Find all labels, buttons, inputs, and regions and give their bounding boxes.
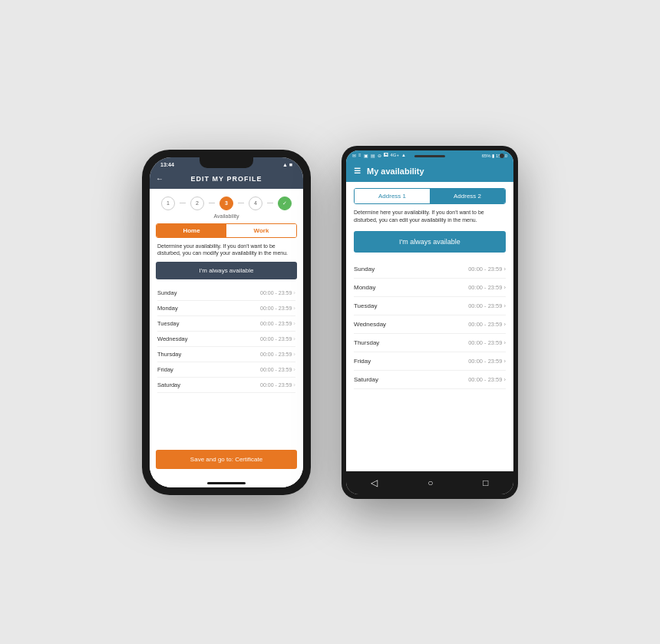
step-line-1 bbox=[180, 203, 186, 203]
day-name: Sunday bbox=[354, 266, 375, 272]
step-line-3 bbox=[238, 203, 244, 203]
home-bar-indicator bbox=[207, 482, 246, 484]
table-row[interactable]: Tuesday 00:00 - 23:59 › bbox=[354, 297, 506, 315]
status-icon-wifi: ⛾ bbox=[384, 153, 388, 157]
back-button[interactable]: ← bbox=[156, 174, 164, 183]
status-icon-minus: ⊖ bbox=[378, 153, 381, 158]
iphone-time: 13:44 bbox=[160, 162, 174, 167]
day-time: 00:00 - 23:59 › bbox=[468, 302, 506, 309]
step-3[interactable]: 3 bbox=[219, 197, 233, 210]
table-row[interactable]: Thursday 00:00 - 23:59 › bbox=[354, 334, 506, 352]
status-icon-signal: ≡ bbox=[358, 153, 361, 157]
android-title: My availability bbox=[367, 167, 424, 176]
android-always-available-button[interactable]: I'm always available bbox=[354, 231, 506, 253]
android-battery-pct: 65% bbox=[482, 154, 491, 158]
step-1[interactable]: 1 bbox=[161, 197, 175, 210]
step-line-4 bbox=[267, 203, 273, 203]
iphone-device: 13:44 ▲ ■ ← EDIT MY PROFILE 1 2 3 4 bbox=[142, 150, 311, 495]
tab-home[interactable]: Home bbox=[157, 224, 226, 237]
table-row[interactable]: Wednesday 00:00 - 23:59 › bbox=[354, 315, 506, 334]
table-row[interactable]: Friday 00:00 - 23:59 › bbox=[157, 362, 295, 378]
table-row[interactable]: Saturday 00:00 - 23:59 › bbox=[157, 378, 295, 393]
day-time: 00:00 - 23:59 › bbox=[468, 266, 506, 272]
android-nav-bar: ◁ ○ □ bbox=[346, 471, 513, 494]
step-done[interactable]: ✓ bbox=[278, 197, 292, 210]
scene: 13:44 ▲ ■ ← EDIT MY PROFILE 1 2 3 4 bbox=[111, 115, 549, 530]
day-name: Wednesday bbox=[354, 321, 386, 328]
android-content: Address 1 Address 2 Determine here your … bbox=[346, 182, 513, 471]
step-label: Availability bbox=[150, 213, 303, 219]
day-name: Friday bbox=[354, 358, 371, 365]
step-2[interactable]: 2 bbox=[190, 197, 204, 210]
android-header: ☰ My availability bbox=[346, 160, 513, 182]
save-certificate-button[interactable]: Save and go to: Certificate bbox=[156, 450, 297, 469]
iphone-screen: 13:44 ▲ ■ ← EDIT MY PROFILE 1 2 3 4 bbox=[150, 157, 303, 487]
day-name: Monday bbox=[157, 305, 178, 312]
android-address-tabs: Address 1 Address 2 bbox=[354, 188, 506, 204]
day-time: 00:00 - 23:59 › bbox=[260, 366, 295, 373]
step-indicator: 1 2 3 4 ✓ bbox=[150, 189, 303, 213]
day-time: 00:00 - 23:59 › bbox=[468, 284, 506, 291]
recent-nav-icon[interactable]: □ bbox=[483, 477, 488, 488]
day-time: 00:00 - 23:59 › bbox=[468, 376, 506, 383]
step-line-2 bbox=[209, 203, 215, 203]
day-time: 00:00 - 23:59 › bbox=[260, 381, 295, 388]
back-nav-icon[interactable]: ◁ bbox=[371, 477, 378, 488]
table-row[interactable]: Sunday 00:00 - 23:59 › bbox=[354, 260, 506, 279]
android-description: Determine here your availability. If you… bbox=[346, 209, 513, 231]
tab-address-1[interactable]: Address 1 bbox=[355, 189, 430, 203]
day-name: Thursday bbox=[157, 351, 181, 358]
table-row[interactable]: Wednesday 00:00 - 23:59 › bbox=[157, 332, 295, 347]
day-time: 00:00 - 23:59 › bbox=[468, 358, 506, 365]
iphone-content: 1 2 3 4 ✓ Availability Home Work bbox=[150, 189, 303, 487]
day-name: Tuesday bbox=[157, 320, 180, 327]
day-time: 00:00 - 23:59 › bbox=[260, 351, 295, 358]
step-4[interactable]: 4 bbox=[249, 197, 262, 210]
day-name: Tuesday bbox=[354, 302, 377, 309]
iphone-title: EDIT MY PROFILE bbox=[191, 175, 262, 183]
iphone-home-bar bbox=[150, 477, 303, 487]
tab-work[interactable]: Work bbox=[226, 224, 296, 237]
table-row[interactable]: Monday 00:00 - 23:59 › bbox=[354, 279, 506, 297]
day-time: 00:00 - 23:59 › bbox=[260, 320, 295, 327]
table-row[interactable]: Thursday 00:00 - 23:59 › bbox=[157, 347, 295, 362]
status-icon-network: 4G+ bbox=[391, 153, 400, 157]
android-speaker bbox=[414, 155, 445, 157]
iphone-notch bbox=[200, 157, 253, 168]
android-day-list: Sunday 00:00 - 23:59 › Monday 00:00 - 23… bbox=[346, 260, 513, 471]
table-row[interactable]: Sunday 00:00 - 23:59 › bbox=[157, 286, 295, 301]
always-available-button[interactable]: I'm always available bbox=[156, 262, 297, 279]
status-icon-image: ▣ bbox=[364, 153, 368, 158]
table-row[interactable]: Friday 00:00 - 23:59 › bbox=[354, 352, 506, 371]
tab-address-2[interactable]: Address 2 bbox=[430, 189, 505, 203]
status-icon-image2: ▤ bbox=[371, 153, 375, 158]
iphone-description: Determine your availability. If you don'… bbox=[150, 243, 303, 263]
iphone-status-icons: ▲ ■ bbox=[282, 162, 292, 167]
iphone-tab-bar: Home Work bbox=[156, 223, 297, 238]
day-time: 00:00 - 23:59 › bbox=[260, 289, 295, 296]
status-icon-signal2: ▲ bbox=[401, 153, 406, 157]
android-device: ✉ ≡ ▣ ▤ ⊖ ⛾ 4G+ ▲ 65% ▮ 15:10 ☰ My bbox=[342, 146, 518, 499]
android-battery-icon: ▮ bbox=[492, 154, 494, 158]
android-camera bbox=[500, 154, 504, 158]
table-row[interactable]: Saturday 00:00 - 23:59 › bbox=[354, 371, 506, 389]
day-name: Friday bbox=[157, 366, 173, 373]
iphone-day-list: Sunday 00:00 - 23:59 › Monday 00:00 - 23… bbox=[150, 286, 303, 444]
day-name: Saturday bbox=[157, 381, 180, 388]
day-name: Thursday bbox=[354, 339, 379, 346]
day-time: 00:00 - 23:59 › bbox=[468, 339, 506, 346]
iphone-header: ← EDIT MY PROFILE bbox=[150, 170, 303, 189]
table-row[interactable]: Tuesday 00:00 - 23:59 › bbox=[157, 316, 295, 332]
day-name: Wednesday bbox=[157, 335, 187, 342]
day-name: Saturday bbox=[354, 376, 378, 383]
home-nav-icon[interactable]: ○ bbox=[427, 477, 433, 488]
day-name: Monday bbox=[354, 284, 375, 291]
hamburger-icon[interactable]: ☰ bbox=[354, 167, 361, 175]
status-icon-email: ✉ bbox=[352, 153, 356, 158]
android-screen: ✉ ≡ ▣ ▤ ⊖ ⛾ 4G+ ▲ 65% ▮ 15:10 ☰ My bbox=[346, 150, 513, 494]
table-row[interactable]: Monday 00:00 - 23:59 › bbox=[157, 301, 295, 316]
day-time: 00:00 - 23:59 › bbox=[260, 335, 295, 342]
day-time: 00:00 - 23:59 › bbox=[468, 321, 506, 328]
day-name: Sunday bbox=[157, 289, 177, 296]
day-time: 00:00 - 23:59 › bbox=[260, 305, 295, 312]
